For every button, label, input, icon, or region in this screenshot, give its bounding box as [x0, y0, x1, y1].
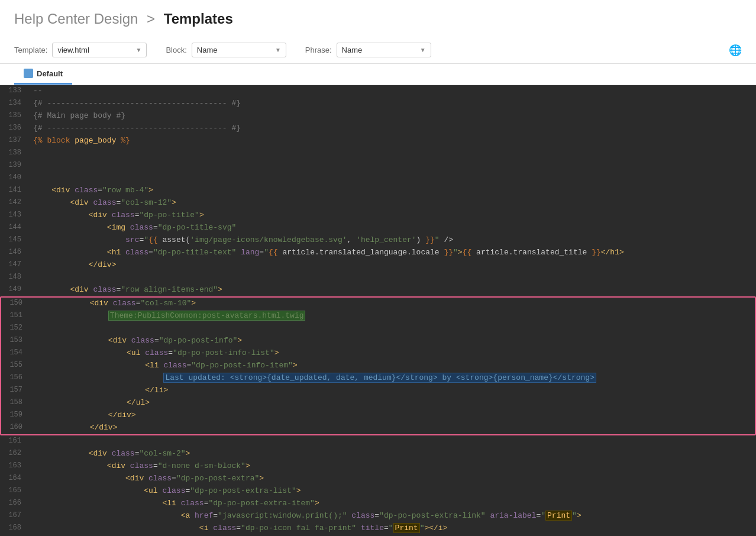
code-line-146: 146 <h1 class="dp-po-title-text" lang="{…: [0, 247, 756, 259]
tab-icon: [24, 69, 33, 78]
tab-label: Default: [37, 69, 63, 78]
code-line-150: 150 <div class="col-sm-10">: [1, 298, 755, 310]
code-line-153: 153 <div class="dp-po-post-info">: [1, 335, 755, 347]
toolbar: Template: view.html ▼ Block: Name ▼ Phra…: [14, 37, 742, 63]
code-line-149: 149 <div class="row align-items-end">: [0, 284, 756, 296]
code-line-162: 162 <div class="col-sm-2">: [0, 448, 756, 460]
code-line-165: 165 <ul class="dp-po-post-extra-list">: [0, 485, 756, 498]
globe-icon[interactable]: 🌐: [729, 44, 742, 57]
block-selector-group: Block: Name ▼: [166, 43, 286, 57]
code-line-144: 144 <img class="dp-po-title-svg": [0, 222, 756, 234]
phrase-select-value: Name: [342, 46, 415, 54]
code-line-158: 158 </ul>: [1, 397, 755, 409]
tab-bar: Default: [0, 64, 756, 85]
phrase-select[interactable]: Name ▼: [337, 43, 431, 57]
tab-default[interactable]: Default: [14, 64, 72, 85]
code-line-138: 138: [0, 147, 756, 160]
section-title: Templates: [164, 11, 233, 27]
block-label: Block:: [166, 46, 186, 54]
app-name: Help Center Design: [14, 11, 138, 27]
twig-include-highlight: Theme:PublishCommon:post-avatars.html.tw…: [108, 311, 306, 321]
code-line-157: 157 </li>: [1, 385, 755, 397]
code-line-151: 151 Theme:PublishCommon:post-avatars.htm…: [1, 310, 755, 322]
code-line-134: 134 {# ---------------------------------…: [0, 98, 756, 110]
template-label: Template:: [14, 46, 47, 54]
template-dropdown-arrow-icon: ▼: [135, 47, 141, 53]
code-line-160: 160 </div>: [1, 422, 755, 434]
phrase-selector-group: Phrase: Name ▼: [305, 43, 431, 57]
page-header: Help Center Design > Templates Template:…: [0, 0, 756, 64]
code-line-155: 155 <li class="dp-po-post-info-item">: [1, 360, 755, 372]
code-line-147: 147 </div>: [0, 259, 756, 272]
code-line-140: 140: [0, 172, 756, 185]
code-line-156: 156 Last updated: <strong>{date_updated,…: [1, 372, 755, 385]
code-editor[interactable]: 133 -- 134 {# --------------------------…: [0, 85, 756, 536]
block-dropdown-arrow-icon: ▼: [275, 47, 281, 53]
template-selector-group: Template: view.html ▼: [14, 43, 147, 57]
code-content: 133 -- 134 {# --------------------------…: [0, 85, 756, 536]
print-label-highlight: Print: [545, 511, 572, 521]
code-line-168: 168 <i class="dp-po-icon fal fa-print" t…: [0, 522, 756, 535]
code-line-145: 145 src="{{ asset('img/page-icons/knowle…: [0, 234, 756, 247]
code-line-154: 154 <ul class="dp-po-post-info-list">: [1, 347, 755, 360]
phrase-label: Phrase:: [305, 46, 332, 54]
block-select[interactable]: Name ▼: [192, 43, 286, 57]
code-line-166: 166 <li class="dp-po-post-extra-item">: [0, 498, 756, 510]
phrase-highlight: Last updated: <strong>{date_updated, dat…: [163, 373, 596, 383]
highlighted-code-block: 150 <div class="col-sm-10"> 151 Theme:Pu…: [0, 296, 756, 435]
code-line-137: 137 {% block page_body %}: [0, 135, 756, 147]
code-line-143: 143 <div class="dp-po-title">: [0, 209, 756, 222]
code-line-136: 136 {# ---------------------------------…: [0, 122, 756, 135]
phrase-dropdown-arrow-icon: ▼: [420, 47, 426, 53]
template-select-value: view.html: [57, 46, 131, 54]
code-line-161: 161: [0, 435, 756, 448]
breadcrumb-separator: >: [147, 11, 159, 27]
code-line-133: 133 --: [0, 85, 756, 98]
code-line-142: 142 <div class="col-sm-12">: [0, 197, 756, 209]
template-select[interactable]: view.html ▼: [52, 43, 147, 57]
print-title-highlight: Print: [393, 523, 420, 533]
code-line-148: 148: [0, 272, 756, 284]
block-select-value: Name: [197, 46, 270, 54]
code-line-164: 164 <div class="dp-po-post-extra">: [0, 473, 756, 485]
code-line-152: 152: [1, 322, 755, 335]
code-line-159: 159 </div>: [1, 409, 755, 422]
page-title: Help Center Design > Templates: [14, 11, 742, 27]
code-line-167: 167 <a href="javascript:window.print();"…: [0, 510, 756, 522]
code-line-141: 141 <div class="row mb-4">: [0, 185, 756, 197]
code-line-139: 139: [0, 160, 756, 172]
code-line-163: 163 <div class="d-none d-sm-block">: [0, 460, 756, 473]
code-line-135: 135 {# Main page body #}: [0, 110, 756, 122]
